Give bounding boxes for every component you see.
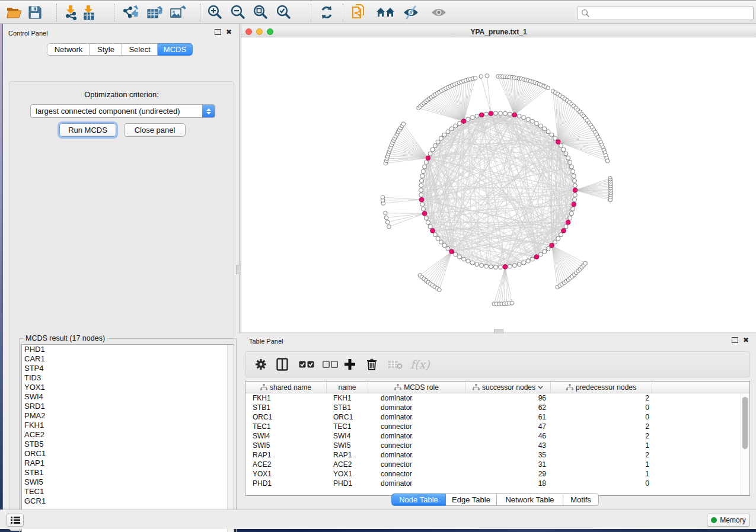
optimization-criterion-select[interactable]: largest connected component (undirected): [30, 104, 215, 118]
table-row[interactable]: STB1STB1dominator620: [245, 403, 741, 412]
control-panel: Control Panel ✖ Network Style Select MCD…: [3, 24, 239, 509]
delete-column-button[interactable]: [366, 358, 377, 371]
table-settings-button[interactable]: [255, 358, 267, 370]
mcds-result-groupbox: MCDS result (17 nodes) PHD1CAR1STP4TID3Y…: [19, 338, 237, 532]
deselect-all-rows-button[interactable]: [323, 361, 338, 368]
open-file-button[interactable]: [5, 3, 24, 22]
mcds-result-list[interactable]: PHD1CAR1STP4TID3YOX1SWI4SRD1PMA2FKH1ACE2…: [21, 344, 234, 532]
search-input[interactable]: [589, 8, 753, 18]
export-network-button[interactable]: [121, 3, 140, 22]
export-table-button[interactable]: [145, 3, 164, 22]
show-panels-button[interactable]: [7, 514, 24, 527]
tab-edge-table[interactable]: Edge Table: [446, 493, 497, 506]
mcds-result-item[interactable]: ACE2: [22, 430, 234, 440]
mcds-result-item[interactable]: RAP1: [22, 459, 234, 468]
memory-button[interactable]: Memory: [707, 514, 750, 527]
hide-selected-button[interactable]: [401, 3, 420, 22]
import-network-button[interactable]: [62, 3, 81, 22]
zoom-selected-button[interactable]: [275, 3, 294, 22]
save-session-button[interactable]: [25, 3, 44, 22]
column-header-shared-name[interactable]: shared name: [245, 382, 327, 393]
close-panel-icon[interactable]: ✖: [226, 29, 232, 35]
column-header-MCDS-role[interactable]: MCDS role: [368, 382, 465, 393]
table-row[interactable]: ACE2ACE2connector311: [245, 460, 741, 469]
tab-network-table[interactable]: Network Table: [497, 493, 563, 506]
column-header-name[interactable]: name: [327, 382, 368, 393]
table-row[interactable]: ORC1ORC1dominator610: [245, 412, 741, 422]
mcds-list-scrollbar[interactable]: [227, 345, 234, 532]
table-cell: 2: [551, 422, 652, 431]
tab-motifs[interactable]: Motifs: [563, 493, 599, 506]
shared-column-icon: [473, 384, 480, 390]
mcds-result-item[interactable]: STP4: [22, 364, 234, 373]
export-image-icon: [170, 5, 186, 20]
first-neighbors-button[interactable]: [376, 3, 395, 22]
zoom-out-button[interactable]: [229, 3, 248, 22]
mcds-result-item[interactable]: STB5: [22, 440, 234, 449]
import-network-icon: [63, 5, 79, 20]
import-table-button[interactable]: [79, 3, 98, 22]
refresh-icon: [319, 5, 334, 20]
app-window: Control Panel ✖ Network Style Select MCD…: [0, 0, 756, 532]
search-field[interactable]: [577, 6, 754, 20]
mcds-result-item[interactable]: SRD1: [22, 402, 234, 411]
mcds-result-item[interactable]: TID3: [22, 373, 234, 383]
tab-network[interactable]: Network: [47, 43, 90, 56]
run-mcds-button[interactable]: Run MCDS: [59, 123, 116, 137]
network-graph[interactable]: [241, 37, 756, 332]
table-row[interactable]: TEC1TEC1connector472: [245, 422, 741, 431]
mcds-result-item[interactable]: SWI4: [22, 392, 234, 402]
tab-select[interactable]: Select: [122, 43, 158, 56]
mcds-result-item[interactable]: ORC1: [22, 449, 234, 459]
table-row[interactable]: PHD1PHD1dominator180: [245, 479, 741, 488]
table-row[interactable]: RAP1RAP1dominator352: [245, 450, 741, 460]
column-header-predecessor-nodes[interactable]: predecessor nodes: [551, 382, 652, 393]
mcds-result-item[interactable]: YOX1: [22, 383, 234, 392]
show-all-button[interactable]: [429, 3, 448, 22]
close-panel-icon[interactable]: ✖: [743, 337, 749, 343]
mcds-result-item[interactable]: PHD1: [22, 345, 234, 354]
tab-mcds[interactable]: MCDS: [158, 43, 193, 56]
sort-desc-icon: [538, 386, 543, 389]
mcds-result-item[interactable]: STB1: [22, 468, 234, 477]
float-panel-icon[interactable]: [732, 337, 738, 343]
mcds-result-item[interactable]: PMA2: [22, 411, 234, 421]
table-cell: RAP1: [327, 450, 368, 460]
export-table-icon: [146, 5, 163, 20]
close-panel-button[interactable]: Close panel: [124, 123, 186, 137]
table-cell: 2: [551, 431, 652, 441]
table-row[interactable]: YOX1YOX1connector291: [245, 469, 741, 479]
table-row[interactable]: FKH1FKH1dominator962: [245, 393, 741, 403]
mcds-result-item[interactable]: CAR1: [22, 354, 234, 364]
table-cell: TEC1: [327, 422, 368, 431]
tab-style[interactable]: Style: [90, 43, 122, 56]
delete-table-icon: [388, 360, 403, 369]
mcds-result-item[interactable]: SWI5: [22, 477, 234, 487]
mcds-result-item[interactable]: FKH1: [22, 421, 234, 430]
table-toolbar: f(x): [245, 351, 750, 377]
network-titlebar[interactable]: YPA_prune.txt_1: [241, 26, 756, 37]
table-cell: dominator: [368, 479, 465, 488]
tab-node-table[interactable]: Node Table: [391, 493, 446, 506]
table-cell: STB1: [245, 403, 327, 412]
mcds-result-item[interactable]: TEC1: [22, 487, 234, 496]
create-column-button[interactable]: [344, 358, 356, 370]
float-panel-icon[interactable]: [215, 29, 221, 35]
column-header-successor-nodes[interactable]: successor nodes: [465, 382, 551, 393]
apply-layout-button[interactable]: [317, 3, 336, 22]
table-cell: 1: [551, 460, 652, 469]
zoom-in-button[interactable]: [206, 3, 225, 22]
network-canvas[interactable]: [241, 37, 756, 332]
table-row[interactable]: SWI5SWI5connector431: [245, 441, 741, 450]
export-image-button[interactable]: [168, 3, 187, 22]
table-cell: 43: [465, 441, 551, 450]
table-row[interactable]: SWI4SWI4dominator462: [245, 431, 741, 441]
table-scrollbar[interactable]: [741, 394, 749, 495]
mcds-result-item[interactable]: GCR1: [22, 496, 234, 506]
select-all-rows-button[interactable]: [299, 361, 314, 368]
table-scrollbar-thumb[interactable]: [742, 397, 748, 449]
dropdown-stepper-icon: [202, 105, 215, 117]
show-column-panel-button[interactable]: [276, 358, 288, 371]
zoom-fit-button[interactable]: [251, 3, 270, 22]
new-network-from-selection-button[interactable]: [349, 3, 368, 22]
